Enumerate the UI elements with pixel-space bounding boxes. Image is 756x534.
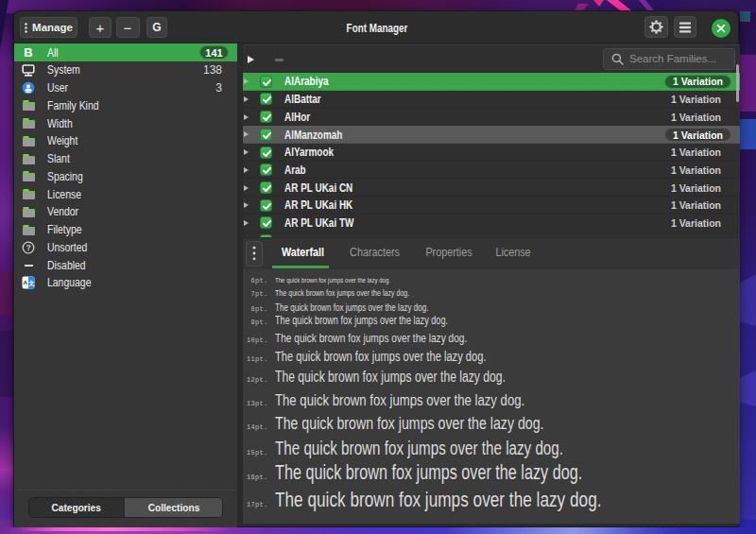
- svg-text:A: A: [23, 280, 27, 286]
- svg-text:文: 文: [27, 280, 35, 286]
- svg-text:?: ?: [26, 243, 30, 252]
